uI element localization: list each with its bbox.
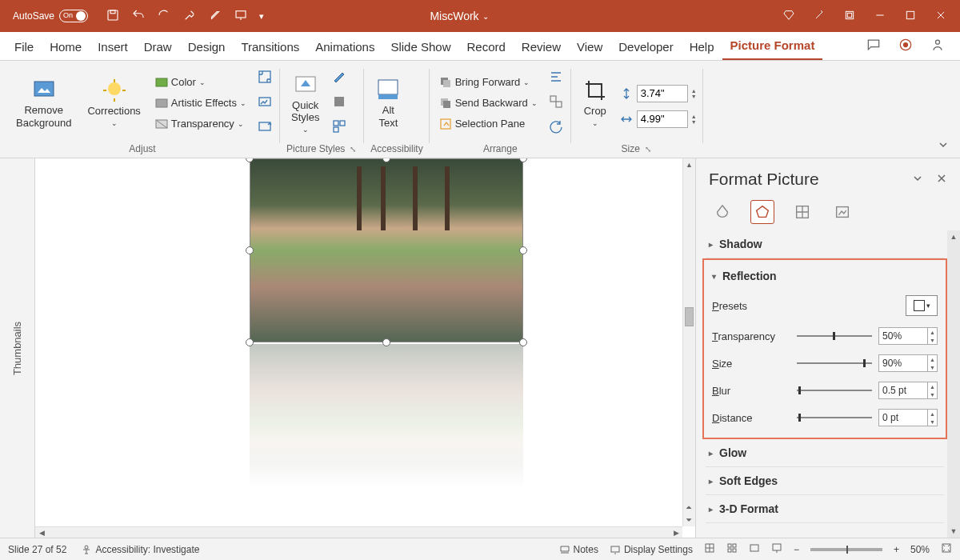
align-icon[interactable] xyxy=(549,70,563,86)
width-input[interactable]: ▲▼ xyxy=(619,110,697,128)
close-icon[interactable] xyxy=(934,9,947,24)
resize-handle[interactable] xyxy=(246,338,254,346)
tab-design[interactable]: Design xyxy=(180,34,234,60)
undo-icon[interactable] xyxy=(131,8,146,25)
compress-pictures-icon[interactable] xyxy=(258,70,272,86)
redo-icon[interactable] xyxy=(157,8,171,25)
transparency-button[interactable]: Transparency⌄ xyxy=(152,116,250,132)
display-settings-button[interactable]: Display Settings xyxy=(610,544,693,555)
crop-button[interactable]: Crop⌄ xyxy=(578,76,613,129)
next-slide-icon[interactable]: ⏷ xyxy=(683,514,695,526)
notes-button[interactable]: Notes xyxy=(559,544,598,555)
pane-close-icon[interactable] xyxy=(923,173,947,186)
picture-border-icon[interactable] xyxy=(332,70,346,86)
alt-text-button[interactable]: Alt Text xyxy=(370,75,406,130)
maximize-icon[interactable] xyxy=(904,9,917,24)
size-slider[interactable] xyxy=(797,356,872,370)
quick-styles-button[interactable]: Quick Styles⌄ xyxy=(286,70,324,136)
share-icon[interactable] xyxy=(922,32,954,60)
tab-record[interactable]: Record xyxy=(458,34,513,60)
thumbnails-strip[interactable]: Thumbnails xyxy=(0,158,35,538)
normal-view-icon[interactable] xyxy=(704,542,715,556)
comments-icon[interactable] xyxy=(858,32,890,60)
reading-view-icon[interactable] xyxy=(749,542,760,556)
send-backward-button[interactable]: Send Backward⌄ xyxy=(436,95,541,111)
resize-handle[interactable] xyxy=(519,246,527,254)
tab-view[interactable]: View xyxy=(569,34,610,60)
remove-background-button[interactable]: Remove Background xyxy=(11,75,76,130)
reset-picture-icon[interactable] xyxy=(258,119,272,136)
pane-options-icon[interactable] xyxy=(899,173,923,186)
resize-handle[interactable] xyxy=(519,158,527,162)
tab-review[interactable]: Review xyxy=(514,34,569,60)
shadow-section[interactable]: ▸Shadow xyxy=(706,230,944,258)
group-icon[interactable] xyxy=(549,94,563,111)
document-name[interactable]: MiscWork⌄ xyxy=(430,10,488,22)
zoom-out-button[interactable]: − xyxy=(794,544,799,555)
transparency-slider[interactable] xyxy=(797,329,872,343)
tab-picture-format[interactable]: Picture Format xyxy=(722,32,823,60)
size-value[interactable]: 90% xyxy=(878,354,928,372)
tab-insert[interactable]: Insert xyxy=(90,34,136,60)
rotate-icon[interactable] xyxy=(549,119,563,136)
size-launcher[interactable]: ⤡ xyxy=(643,145,653,154)
slide-canvas[interactable]: ▲ ⏶ ⏷ ◀▶ xyxy=(35,158,696,538)
slide-sorter-icon[interactable] xyxy=(726,542,738,556)
transparency-value[interactable]: 50% xyxy=(878,327,928,345)
tab-draw[interactable]: Draw xyxy=(136,34,180,60)
change-picture-icon[interactable] xyxy=(258,94,272,111)
blur-slider[interactable] xyxy=(797,383,872,398)
vertical-scrollbar[interactable]: ▲ ⏶ ⏷ xyxy=(682,158,695,526)
bring-forward-button[interactable]: Bring Forward⌄ xyxy=(436,74,541,90)
selection-pane-button[interactable]: Selection Pane xyxy=(436,116,541,132)
catchup-icon[interactable] xyxy=(890,32,922,60)
selected-picture[interactable] xyxy=(250,158,523,342)
3d-format-section[interactable]: ▸3-D Format xyxy=(706,495,944,523)
soft-edges-section[interactable]: ▸Soft Edges xyxy=(706,467,944,495)
fit-to-window-icon[interactable] xyxy=(941,542,952,556)
autosave-toggle[interactable]: AutoSave On xyxy=(13,10,88,22)
resize-handle[interactable] xyxy=(382,338,390,346)
picture-layout-icon[interactable] xyxy=(332,119,346,136)
collapse-ribbon-icon[interactable] xyxy=(938,139,955,158)
artistic-effects-button[interactable]: Artistic Effects⌄ xyxy=(152,95,250,111)
window-icon[interactable] xyxy=(843,9,856,24)
wand-icon[interactable] xyxy=(813,9,826,24)
zoom-level[interactable]: 50% xyxy=(910,544,930,555)
picture-tab-icon[interactable] xyxy=(830,200,854,224)
tab-developer[interactable]: Developer xyxy=(610,34,681,60)
tab-slide-show[interactable]: Slide Show xyxy=(382,34,458,60)
height-input[interactable]: ▲▼ xyxy=(619,85,697,102)
distance-slider[interactable] xyxy=(797,410,872,425)
glow-section[interactable]: ▸Glow xyxy=(706,439,944,467)
autodraw-icon[interactable] xyxy=(182,8,197,25)
resize-handle[interactable] xyxy=(519,338,527,346)
prev-slide-icon[interactable]: ⏶ xyxy=(683,501,695,514)
zoom-slider[interactable] xyxy=(810,548,882,551)
distance-value[interactable]: 0 pt xyxy=(878,409,928,426)
resize-handle[interactable] xyxy=(246,246,254,254)
tab-animations[interactable]: Animations xyxy=(307,34,382,60)
diamond-icon[interactable] xyxy=(782,9,795,24)
corrections-button[interactable]: Corrections⌄ xyxy=(82,76,145,129)
tab-file[interactable]: File xyxy=(6,34,42,60)
minimize-icon[interactable] xyxy=(874,9,886,24)
effects-tab-icon[interactable] xyxy=(750,200,774,224)
slideshow-view-icon[interactable] xyxy=(771,542,782,556)
slide-counter[interactable]: Slide 27 of 52 xyxy=(8,544,66,555)
pane-scrollbar[interactable]: ▲▼ xyxy=(947,230,960,538)
tab-home[interactable]: Home xyxy=(42,34,90,60)
reflection-presets-button[interactable]: ▾ xyxy=(906,295,938,316)
picture-styles-launcher[interactable]: ⤡ xyxy=(348,145,358,154)
reflection-section[interactable]: ▾Reflection xyxy=(712,266,938,289)
horizontal-scrollbar[interactable]: ◀▶ xyxy=(35,526,682,538)
blur-value[interactable]: 0.5 pt xyxy=(878,382,928,399)
size-properties-tab-icon[interactable] xyxy=(790,200,814,224)
picture-effects-icon[interactable] xyxy=(332,94,346,111)
zoom-in-button[interactable]: + xyxy=(894,544,899,555)
accessibility-status[interactable]: Accessibility: Investigate xyxy=(81,544,199,555)
save-icon[interactable] xyxy=(106,8,120,25)
fill-line-tab-icon[interactable] xyxy=(710,200,734,224)
tab-help[interactable]: Help xyxy=(682,34,722,60)
tab-transitions[interactable]: Transitions xyxy=(233,34,307,60)
